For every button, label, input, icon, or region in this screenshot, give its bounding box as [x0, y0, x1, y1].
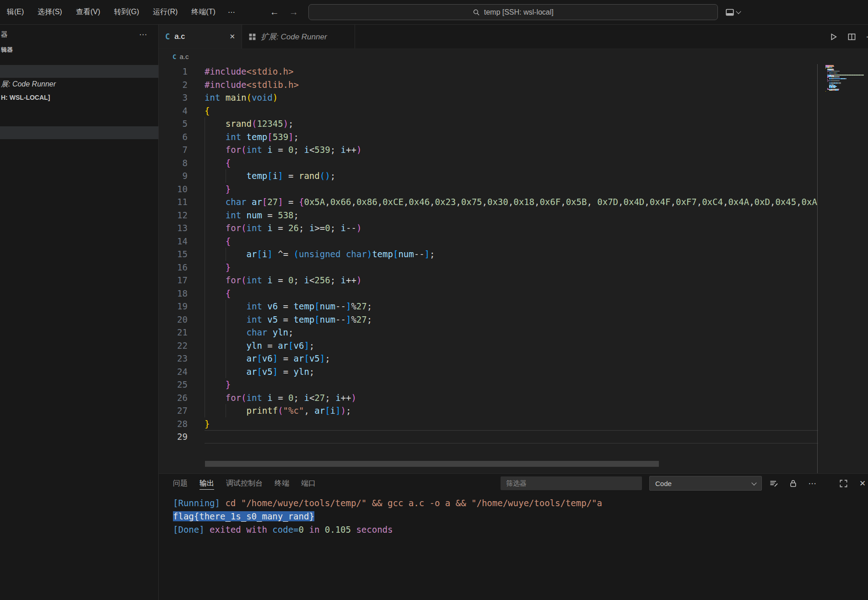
code-line-24[interactable]: 24 ar[v5] = yln;: [159, 365, 818, 378]
code-line-16[interactable]: 16 }: [159, 261, 818, 274]
menu-item-0[interactable]: 辑(E): [0, 0, 31, 24]
split-editor-button[interactable]: [846, 31, 857, 42]
output-filter-input[interactable]: 筛选器: [501, 476, 642, 490]
code-line-13[interactable]: 13 for(int i = 26; i>=0; i--): [159, 222, 818, 235]
code-line-11[interactable]: 11 char ar[27] = {0x5A,0x66,0x86,0xCE,0x…: [159, 195, 818, 209]
forward-arrow-icon[interactable]: →: [289, 7, 298, 17]
menu-item-2[interactable]: 查看(V): [69, 0, 107, 24]
code-line-28[interactable]: 28}: [159, 417, 818, 431]
code-line-20[interactable]: 20 int v5 = temp[num--]%27;: [159, 313, 818, 326]
lock-icon: [789, 479, 798, 488]
open-editor-item-code-runner[interactable]: 展: Code Runner: [0, 78, 158, 91]
horizontal-scrollbar[interactable]: [205, 461, 659, 467]
breadcrumb[interactable]: C a.c: [159, 49, 868, 64]
line-number-17: 17: [159, 274, 205, 287]
run-code-button[interactable]: [828, 31, 839, 42]
sidebar-more-actions-button[interactable]: ⋯: [139, 30, 147, 39]
breadcrumb-file: a.c: [179, 53, 189, 60]
tab-close-icon[interactable]: ✕: [229, 32, 235, 41]
code-line-2[interactable]: 2#include<stdlib.h>: [159, 78, 818, 92]
editor-tab-bar: C a.c ✕ 扩展: Code Runner ⋯: [159, 25, 868, 49]
panel-tab-ports[interactable]: 端口: [301, 474, 316, 493]
indent-guide: [205, 169, 205, 183]
menu-item-3[interactable]: 转到(G): [107, 0, 146, 24]
folder-section-header-ssh[interactable]: H: WSL-LOCAL]: [0, 91, 158, 104]
code-line-7[interactable]: 7 for(int i = 0; i<539; i++): [159, 143, 818, 157]
code-line-8[interactable]: 8 {: [159, 157, 818, 170]
code-line-1[interactable]: 1#include<stdio.h>: [159, 65, 818, 78]
layout-controls[interactable]: [725, 8, 740, 17]
open-editors-section-header[interactable]: 辑器: [0, 44, 158, 56]
tab-extension-code-runner[interactable]: 扩展: Code Runner: [242, 25, 355, 49]
code-line-27[interactable]: 27 printf("%c", ar[i]);: [159, 404, 818, 417]
close-panel-button[interactable]: ✕: [857, 478, 868, 489]
indent-guide: [205, 274, 205, 287]
editor-actions: ⋯: [828, 25, 868, 49]
output-line-3: [Done] exited with code=0 in 0.105 secon…: [173, 523, 868, 536]
maximize-panel-button[interactable]: [838, 478, 849, 489]
panel-tab-problems[interactable]: 问题: [173, 474, 188, 493]
code-line-15[interactable]: 15 ar[i] ^= (unsigned char)temp[num--];: [159, 248, 818, 261]
command-center-search[interactable]: temp [SSH: wsl-local]: [308, 4, 718, 20]
code-editor[interactable]: 1#include<stdio.h>2#include<stdlib.h>3in…: [159, 64, 868, 473]
c-file-icon: C: [173, 53, 176, 60]
code-line-22[interactable]: 22 yln = ar[v6];: [159, 339, 818, 352]
back-arrow-icon[interactable]: ←: [270, 7, 279, 17]
indent-guide: [205, 261, 205, 274]
indent-guide: [226, 169, 226, 183]
code-line-29[interactable]: 29: [159, 430, 818, 443]
panel-more-actions-button[interactable]: ⋯: [807, 478, 818, 489]
code-line-18[interactable]: 18 {: [159, 287, 818, 300]
code-line-6[interactable]: 6 int temp[539];: [159, 130, 818, 144]
indent-guide: [205, 352, 205, 365]
tab-a-c[interactable]: C a.c ✕: [159, 25, 242, 49]
panel-tab-terminal[interactable]: 终端: [275, 474, 289, 493]
line-number-14: 14: [159, 235, 205, 248]
output-channel-select[interactable]: Code: [649, 476, 762, 491]
line-number-28: 28: [159, 417, 205, 431]
code-line-23[interactable]: 23 ar[v6] = ar[v5];: [159, 352, 818, 365]
clear-output-button[interactable]: [768, 478, 779, 489]
sidebar-pane-header: 器 ⋯: [0, 25, 158, 44]
menu-item-5[interactable]: 终端(T): [184, 0, 222, 24]
indent-guide: [205, 222, 205, 235]
code-line-19[interactable]: 19 int v6 = temp[num--]%27;: [159, 300, 818, 313]
split-editor-icon: [847, 32, 856, 41]
code-line-5[interactable]: 5 srand(12345);: [159, 117, 818, 130]
minimap[interactable]: [825, 65, 864, 473]
panel-tab-output[interactable]: 输出: [199, 474, 214, 493]
indent-guide: [226, 404, 226, 417]
lock-scrolling-button[interactable]: [787, 478, 798, 489]
line-number-2: 2: [159, 78, 205, 92]
indent-guide: [205, 143, 205, 157]
editor-more-actions-button[interactable]: ⋯: [864, 31, 868, 42]
code-line-14[interactable]: 14 {: [159, 235, 818, 248]
title-bar: 辑(E)选择(S)查看(V)转到(G)运行(R)终端(T) ⋯ ← → temp…: [0, 0, 868, 25]
file-tree-item-selected[interactable]: [0, 126, 158, 139]
menu-more-button[interactable]: ⋯: [222, 0, 241, 24]
code-line-21[interactable]: 21 char yln;: [159, 326, 818, 339]
chevron-down-icon: [751, 480, 756, 485]
code-line-3[interactable]: 3int main(void): [159, 91, 818, 104]
menu-item-4[interactable]: 运行(R): [146, 0, 184, 24]
menu-bar: 辑(E)选择(S)查看(V)转到(G)运行(R)终端(T): [0, 0, 222, 24]
indent-guide: [205, 209, 205, 222]
sidebar-pane-title: 器: [1, 30, 8, 39]
open-editor-item-selected[interactable]: [0, 65, 158, 78]
code-line-4[interactable]: 4{: [159, 104, 818, 118]
code-line-12[interactable]: 12 int num = 538;: [159, 209, 818, 222]
code-line-26[interactable]: 26 for(int i = 0; i<27; i++): [159, 391, 818, 405]
filter-placeholder: 筛选器: [506, 479, 527, 488]
code-line-17[interactable]: 17 for(int i = 0; i<256; i++): [159, 274, 818, 287]
code-line-9[interactable]: 9 temp[i] = rand();: [159, 169, 818, 183]
bottom-panel: 问题 输出 调试控制台 终端 端口 筛选器 Code: [159, 473, 868, 600]
chevron-down-icon: [736, 9, 741, 14]
indent-guide: [205, 130, 205, 144]
menu-item-1[interactable]: 选择(S): [31, 0, 69, 24]
code-line-25[interactable]: 25 }: [159, 378, 818, 391]
tab-label: a.c: [174, 32, 185, 41]
output-console[interactable]: [Running] cd "/home/wuye/tools/temp/" &&…: [159, 493, 868, 536]
panel-tab-debug-console[interactable]: 调试控制台: [226, 474, 263, 493]
code-line-10[interactable]: 10 }: [159, 183, 818, 196]
line-number-16: 16: [159, 261, 205, 274]
